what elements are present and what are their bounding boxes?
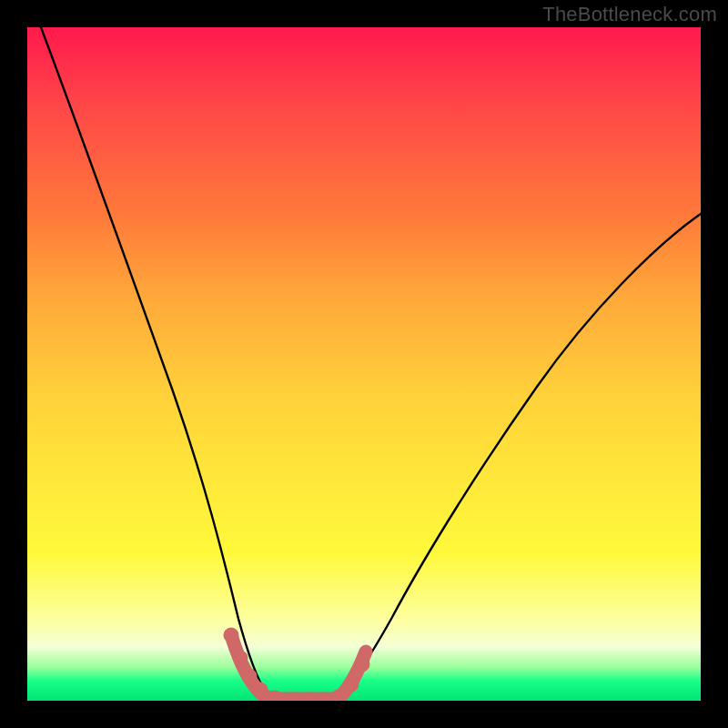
svg-point-8 (331, 690, 346, 701)
chart-frame: TheBottleneck.com (0, 0, 728, 728)
curve-path (41, 27, 701, 697)
valley-highlight (224, 628, 369, 701)
plot-area (27, 27, 701, 701)
svg-point-10 (355, 657, 369, 672)
svg-point-9 (344, 677, 359, 692)
svg-point-4 (268, 691, 282, 701)
bottleneck-curve (27, 27, 701, 701)
svg-point-2 (242, 669, 257, 683)
svg-point-1 (233, 651, 248, 665)
svg-point-3 (253, 682, 268, 697)
svg-point-0 (224, 628, 238, 642)
watermark-text: TheBottleneck.com (542, 3, 717, 26)
